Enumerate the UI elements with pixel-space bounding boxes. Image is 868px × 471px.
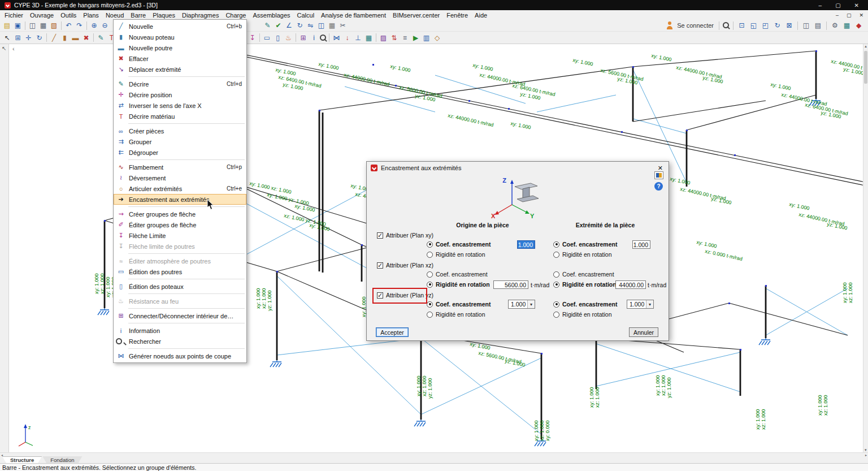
radio-on-icon[interactable] [553,282,559,288]
new-beam-icon[interactable]: ▬ [70,33,81,42]
plates-icon[interactable]: ⊞ [298,33,309,42]
generate-nodes-icon[interactable]: ⋈ [331,33,342,42]
checkbox-plan-xy-icon[interactable] [377,232,383,239]
favorites-icon[interactable]: ◆ [853,21,864,31]
radio-on-icon[interactable] [553,241,559,248]
print-drawing-icon[interactable]: ◫ [801,21,811,31]
radio-yz-end-rigidity[interactable]: Rigidité en rotation [553,311,612,318]
menu-item-nouvelle[interactable]: ╱NouvelleCtrl+b [114,21,246,32]
describe-bar-icon[interactable]: ✎ [96,33,106,42]
open-file-icon[interactable]: ▤ [2,21,12,31]
calculate-icon[interactable]: ▶ [410,33,421,42]
menu-item-flambement[interactable]: ∿FlambementCtrl+p [114,162,246,172]
menu-item-effacer[interactable]: ✖Effacer [114,53,246,64]
menubar-bimserver-center[interactable]: BIMserver.center [389,11,443,19]
radio-off-icon[interactable] [427,271,433,278]
menubar-barre[interactable]: Barre [127,11,149,19]
export-icon[interactable]: ▤ [813,21,823,31]
fire-resistance-icon[interactable]: ♨ [283,33,294,42]
user-icon[interactable] [666,21,674,29]
radio-on-icon[interactable] [427,241,433,248]
resources-icon[interactable]: ▦ [841,21,852,31]
menubar-plaques[interactable]: Plaques [149,11,179,19]
menu-item-creer-pieces[interactable]: ∞Créer pièces [114,126,246,136]
view-split-icon[interactable]: ◱ [748,21,759,31]
radio-off-icon[interactable] [427,312,433,318]
mdi-close-icon[interactable]: ✕ [859,12,863,18]
vertical-scrollbar[interactable] [863,44,868,452]
menubar-outils[interactable]: Outils [57,11,80,19]
xz-origin-rigidity-value[interactable]: 5600.00 [493,280,528,289]
radio-yz-end-coef[interactable]: Coef. encastrement [553,301,617,308]
menu-item-fleche-limite-de-poutres[interactable]: ↧Flèche limite de poutres [114,241,246,252]
loads-icon[interactable]: ↓ [342,33,353,42]
menu-item-encastrement-aux-extremites[interactable]: ➔Encastrement aux extrémités [114,194,246,205]
menu-item-fleche-limite[interactable]: ↧Flèche Limite [114,230,246,241]
zoom-window-icon[interactable]: ⊞ [12,33,23,42]
measure-angle-icon[interactable]: ∠ [284,21,294,31]
dialog-help-icon[interactable]: ? [654,182,663,191]
menubar-ouvrage[interactable]: Ouvrage [27,11,57,19]
close-view-icon[interactable]: ⊠ [784,21,795,31]
menu-item-rechercher[interactable]: Rechercher [114,336,246,347]
assign-icon[interactable]: ✔ [273,21,284,31]
menubar-diaphragmes[interactable]: Diaphragmes [179,11,222,19]
menu-item-edition-des-poteaux[interactable]: ▯Édition des poteaux [114,281,246,292]
print-icon[interactable]: ◫ [27,21,38,31]
grid-icon[interactable]: ▦ [327,21,337,31]
radio-xy-origin-rigidity[interactable]: Rigidité en rotation [427,251,485,258]
menu-item-nouveau-poteau[interactable]: ▮Nouveau poteau [114,32,246,42]
search-icon[interactable] [722,21,730,29]
accept-button[interactable]: Accepter [376,327,409,337]
view-grid-icon[interactable]: ◰ [760,21,771,31]
dialog-close-icon[interactable]: ✕ [656,165,665,172]
yz-origin-coef-combo[interactable]: 1.000 [508,300,535,309]
select-icon[interactable]: ↖ [2,33,12,42]
section-icon[interactable]: ✂ [337,21,348,31]
radio-on-icon[interactable] [427,301,433,308]
undo-icon[interactable]: ↶ [63,21,74,31]
view-3d-icon[interactable]: ⊡ [736,21,747,31]
mirror-icon[interactable]: ⇋ [305,21,316,31]
radio-yz-origin-rigidity[interactable]: Rigidité en rotation [427,311,485,318]
menu-item-editer-groupes-de-fleche[interactable]: ✐Éditer groupes de flèche [114,219,246,230]
menu-item-nouvelle-poutre[interactable]: ▬Nouvelle poutre [114,42,246,53]
menu-item-connecter-deconnecter-interieur-de-plaques[interactable]: ⊞Connecter/Déconnecter intérieur de plaq… [114,310,246,321]
radio-off-icon[interactable] [553,312,559,318]
checkbox-plan-xz-icon[interactable] [377,262,383,269]
check-plan-xz[interactable]: Attribuer (Plan xz) [377,262,433,269]
edit-columns-icon[interactable]: ▯ [272,33,283,42]
radio-yz-origin-coef[interactable]: Coef. encastrement [427,301,491,308]
collapse-panel-icon[interactable]: ‹ [12,45,15,52]
xy-origin-coef-value[interactable]: 1.000 [517,240,535,249]
yz-end-coef-combo[interactable]: 1.000 [627,300,654,309]
menu-item-degrouper[interactable]: ⇇Dégrouper [114,147,246,158]
radio-on-icon[interactable] [427,282,433,288]
menu-item-generer-noeuds-aux-points-de-coupe[interactable]: ⋈Générer noeuds aux points de coupe [114,351,246,361]
mdi-restore-icon[interactable]: ▢ [847,12,852,18]
refresh-view-icon[interactable]: ↻ [772,21,783,31]
new-column-icon[interactable]: ▮ [59,33,70,42]
info-icon[interactable]: i [309,33,319,42]
minimize-button[interactable]: – [819,2,822,8]
menu-item-decrire[interactable]: ✎DécrireCtrl+d [114,79,246,89]
plot-icon[interactable]: ▦ [38,21,49,31]
maximize-button[interactable]: ▢ [835,2,840,8]
menu-item-articuler-extremites[interactable]: ○Articuler extrémitésCtrl+e [114,183,246,194]
tab-fondation[interactable]: Fondation [42,456,82,463]
horizontal-scrollbar[interactable] [0,452,868,456]
redo-icon[interactable]: ↷ [74,21,85,31]
menu-item-edition-des-poutres[interactable]: ▭Édition des poutres [114,266,246,277]
menubar-plans[interactable]: Plans [80,11,102,19]
menubar-fichier[interactable]: Fichier [1,11,27,19]
new-bar-icon[interactable]: ╱ [49,33,59,42]
copy-icon[interactable]: ◫ [316,21,327,31]
supports-icon[interactable]: ⊥ [353,33,363,42]
chevron-down-icon[interactable] [527,300,535,308]
redraw-icon[interactable]: ↻ [34,33,45,42]
xz-end-rigidity-value[interactable]: 44000.00 [615,280,646,289]
zoom-in-icon[interactable]: ⊕ [89,21,99,31]
dialog-media-help-icon[interactable] [654,171,663,179]
deflection-limit-icon[interactable]: ↧ [247,33,258,42]
radio-xz-end-rigidity[interactable]: Rigidité en rotation [553,281,617,288]
